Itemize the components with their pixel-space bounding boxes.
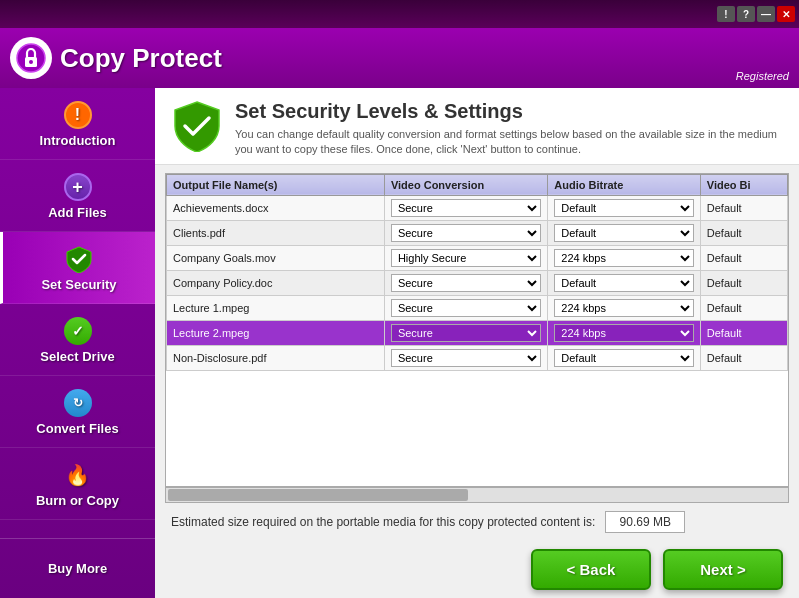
cell-video-bitrate: Default xyxy=(700,245,787,270)
minimize-button[interactable]: — xyxy=(757,6,775,22)
col-videobitrate: Video Bi xyxy=(700,174,787,195)
table-row: Company Goals.movSecureHighly SecureStan… xyxy=(167,245,788,270)
svg-point-2 xyxy=(29,60,33,64)
registered-badge: Registered xyxy=(736,70,789,82)
size-value: 90.69 MB xyxy=(605,511,685,533)
video-select[interactable]: SecureHighly SecureStandard xyxy=(391,249,541,267)
horizontal-scrollbar[interactable] xyxy=(165,487,789,503)
cell-filename: Clients.pdf xyxy=(167,220,385,245)
sidebar-item-convert-files[interactable]: ↻ Convert Files xyxy=(0,376,155,448)
cell-video-bitrate: Default xyxy=(700,270,787,295)
cell-audio: Default224 kbps128 kbps320 kbps xyxy=(548,270,701,295)
table-row: Lecture 2.mpegSecureHighly SecureStandar… xyxy=(167,320,788,345)
video-select[interactable]: SecureHighly SecureStandard xyxy=(391,224,541,242)
cell-audio: Default224 kbps128 kbps320 kbps xyxy=(548,245,701,270)
cell-audio: Default224 kbps128 kbps320 kbps xyxy=(548,320,701,345)
app-title: Copy Protect xyxy=(60,43,222,74)
col-audio: Audio Bitrate xyxy=(548,174,701,195)
cell-video: SecureHighly SecureStandard xyxy=(384,295,547,320)
cell-filename: Lecture 2.mpeg xyxy=(167,320,385,345)
main-layout: ! Introduction + Add Files Set Security … xyxy=(0,88,799,598)
cell-video: SecureHighly SecureStandard xyxy=(384,195,547,220)
sidebar-item-add-files[interactable]: + Add Files xyxy=(0,160,155,232)
cell-audio: Default224 kbps128 kbps320 kbps xyxy=(548,295,701,320)
scrollbar-thumb xyxy=(168,489,468,501)
content-header: Set Security Levels & Settings You can c… xyxy=(155,88,799,165)
sidebar: ! Introduction + Add Files Set Security … xyxy=(0,88,155,598)
sidebar-item-introduction[interactable]: ! Introduction xyxy=(0,88,155,160)
cell-video: SecureHighly SecureStandard xyxy=(384,320,547,345)
cell-video-bitrate: Default xyxy=(700,295,787,320)
page-description: You can change default quality conversio… xyxy=(235,127,783,158)
audio-select[interactable]: Default224 kbps128 kbps320 kbps xyxy=(554,224,694,242)
content-header-text: Set Security Levels & Settings You can c… xyxy=(235,100,783,158)
audio-select[interactable]: Default224 kbps128 kbps320 kbps xyxy=(554,324,694,342)
cell-audio: Default224 kbps128 kbps320 kbps xyxy=(548,195,701,220)
info-button[interactable]: ! xyxy=(717,6,735,22)
header-shield-icon xyxy=(171,100,223,152)
video-select[interactable]: SecureHighly SecureStandard xyxy=(391,299,541,317)
cell-audio: Default224 kbps128 kbps320 kbps xyxy=(548,345,701,370)
title-bar: ! ? — ✕ xyxy=(0,0,799,28)
plus-icon: + xyxy=(62,171,94,203)
audio-select[interactable]: Default224 kbps128 kbps320 kbps xyxy=(554,249,694,267)
audio-select[interactable]: Default224 kbps128 kbps320 kbps xyxy=(554,299,694,317)
sidebar-item-set-security[interactable]: Set Security xyxy=(0,232,155,304)
shield-icon xyxy=(63,243,95,275)
app-header: Copy Protect Registered xyxy=(0,28,799,88)
cell-video: SecureHighly SecureStandard xyxy=(384,345,547,370)
cell-video-bitrate: Default xyxy=(700,220,787,245)
audio-select[interactable]: Default224 kbps128 kbps320 kbps xyxy=(554,274,694,292)
cell-video: SecureHighly SecureStandard xyxy=(384,220,547,245)
files-table: Output File Name(s) Video Conversion Aud… xyxy=(166,174,788,371)
cell-video-bitrate: Default xyxy=(700,345,787,370)
app-logo: Copy Protect xyxy=(10,37,222,79)
size-row: Estimated size required on the portable … xyxy=(155,503,799,541)
col-filename: Output File Name(s) xyxy=(167,174,385,195)
close-button[interactable]: ✕ xyxy=(777,6,795,22)
back-button[interactable]: < Back xyxy=(531,549,651,590)
sidebar-item-buy-more[interactable]: Buy More xyxy=(0,538,155,598)
nav-buttons: < Back Next > xyxy=(155,541,799,598)
cell-filename: Lecture 1.mpeg xyxy=(167,295,385,320)
warning-icon: ! xyxy=(62,99,94,131)
table-row: Clients.pdfSecureHighly SecureStandardDe… xyxy=(167,220,788,245)
cell-video: SecureHighly SecureStandard xyxy=(384,270,547,295)
video-select[interactable]: SecureHighly SecureStandard xyxy=(391,199,541,217)
sidebar-item-burn-or-copy[interactable]: 🔥 Burn or Copy xyxy=(0,448,155,520)
col-video: Video Conversion xyxy=(384,174,547,195)
video-select[interactable]: SecureHighly SecureStandard xyxy=(391,349,541,367)
video-select[interactable]: SecureHighly SecureStandard xyxy=(391,324,541,342)
convert-icon: ↻ xyxy=(62,387,94,419)
next-button[interactable]: Next > xyxy=(663,549,783,590)
sidebar-item-select-drive[interactable]: ✓ Select Drive xyxy=(0,304,155,376)
video-select[interactable]: SecureHighly SecureStandard xyxy=(391,274,541,292)
files-table-container[interactable]: Output File Name(s) Video Conversion Aud… xyxy=(165,173,789,487)
table-row: Achievements.docxSecureHighly SecureStan… xyxy=(167,195,788,220)
page-title: Set Security Levels & Settings xyxy=(235,100,783,123)
audio-select[interactable]: Default224 kbps128 kbps320 kbps xyxy=(554,349,694,367)
cell-audio: Default224 kbps128 kbps320 kbps xyxy=(548,220,701,245)
help-button[interactable]: ? xyxy=(737,6,755,22)
cell-filename: Company Goals.mov xyxy=(167,245,385,270)
cell-filename: Company Policy.doc xyxy=(167,270,385,295)
check-circle-icon: ✓ xyxy=(62,315,94,347)
cell-filename: Non-Disclosure.pdf xyxy=(167,345,385,370)
content-area: Set Security Levels & Settings You can c… xyxy=(155,88,799,598)
table-row: Lecture 1.mpegSecureHighly SecureStandar… xyxy=(167,295,788,320)
cell-video: SecureHighly SecureStandard xyxy=(384,245,547,270)
audio-select[interactable]: Default224 kbps128 kbps320 kbps xyxy=(554,199,694,217)
table-row: Company Policy.docSecureHighly SecureSta… xyxy=(167,270,788,295)
size-label: Estimated size required on the portable … xyxy=(171,515,595,529)
table-row: Non-Disclosure.pdfSecureHighly SecureSta… xyxy=(167,345,788,370)
cell-filename: Achievements.docx xyxy=(167,195,385,220)
logo-icon xyxy=(10,37,52,79)
cell-video-bitrate: Default xyxy=(700,195,787,220)
lock-icon xyxy=(16,43,46,73)
cell-video-bitrate: Default xyxy=(700,320,787,345)
fire-icon: 🔥 xyxy=(62,459,94,491)
